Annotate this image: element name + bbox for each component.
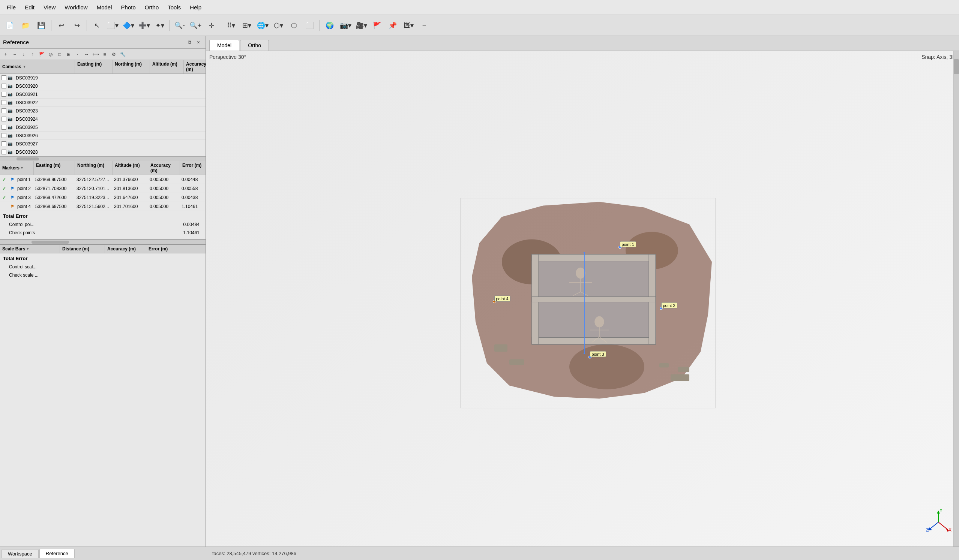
scalebar-distance-header[interactable]: Distance (m) — [60, 245, 105, 253]
move-btn[interactable]: ➕▾ — [137, 18, 151, 33]
x-ray-btn[interactable]: ⬡ — [287, 18, 301, 33]
viewport-scrollbar[interactable] — [953, 51, 959, 547]
table-row[interactable]: 📷 DSC03923 — [0, 107, 206, 115]
menu-help[interactable]: Help — [186, 3, 205, 12]
camera-btn[interactable]: 📷▾ — [338, 18, 353, 33]
scalebar-accuracy-header[interactable]: Accuracy (m) — [105, 245, 146, 253]
table-row[interactable]: ✓ ⚑ point 3 532869.472600 3275119.3223..… — [0, 193, 206, 202]
earth-btn[interactable]: 🌍 — [322, 18, 337, 33]
camera-checkbox[interactable] — [2, 84, 6, 89]
texture-btn[interactable]: 🌐▾ — [255, 18, 270, 33]
ortho-tab[interactable]: Ortho — [240, 40, 269, 51]
ruler-btn[interactable]: ↔ — [83, 50, 91, 59]
camera-list[interactable]: 📷 DSC03919 📷 DSC03920 📷 DSC03921 📷 DSC0 — [0, 74, 206, 156]
marker-check-2[interactable]: ✓ — [0, 186, 8, 191]
pin-btn[interactable]: 📌 — [385, 18, 400, 33]
settings-btn[interactable]: ⚙ — [110, 50, 118, 59]
scrollbar-thumb[interactable] — [954, 59, 959, 74]
list-btn[interactable]: ≡ — [100, 50, 109, 59]
save-btn[interactable]: 💾 — [34, 18, 49, 33]
table-row[interactable]: 📷 DSC03919 — [0, 74, 206, 82]
menu-workflow[interactable]: Workflow — [61, 3, 91, 12]
camera-checkbox[interactable] — [2, 133, 6, 138]
import-btn[interactable]: ↓ — [19, 50, 28, 59]
points-btn[interactable]: ⠿▾ — [223, 18, 239, 33]
camera-checkbox[interactable] — [2, 141, 6, 146]
camera-checkbox[interactable] — [2, 150, 6, 154]
table-row[interactable]: ⚑ point 4 532868.697500 3275121.5602... … — [0, 202, 206, 211]
table-row[interactable]: 📷 DSC03924 — [0, 115, 206, 123]
scrollbar-thumb[interactable] — [16, 158, 39, 161]
marker-accuracy-header[interactable]: Accuracy (m) — [148, 161, 180, 175]
table-row[interactable]: ✓ ⚑ point 1 532869.967500 3275122.5727..… — [0, 175, 206, 184]
markers-scrollbar-thumb[interactable] — [32, 241, 69, 243]
redo-btn[interactable]: ↪ — [69, 18, 84, 33]
scalebar-error-header[interactable]: Error (m) — [146, 245, 206, 253]
open-btn[interactable]: 📁 — [18, 18, 33, 33]
table-row[interactable]: 📷 DSC03927 — [0, 140, 206, 148]
marker-col-header[interactable]: Markers ▼ — [0, 161, 34, 175]
solid-btn[interactable]: ⬡▾ — [271, 18, 286, 33]
table-row[interactable]: 📷 DSC03928 — [0, 148, 206, 156]
zoom-in-btn[interactable]: 🔍+ — [188, 18, 203, 33]
menu-view[interactable]: View — [40, 3, 59, 12]
table-row[interactable]: ✓ ⚑ point 2 532871.708300 3275120.7101..… — [0, 184, 206, 193]
rect-select-btn[interactable]: ⬜▾ — [105, 18, 120, 33]
undo-btn[interactable]: ↩ — [54, 18, 68, 33]
easting-column-header[interactable]: Easting (m) — [75, 60, 113, 73]
mesh-btn[interactable]: ⊞▾ — [239, 18, 254, 33]
cameras-column-header[interactable]: Cameras ▼ — [0, 60, 75, 73]
flag-ref-btn[interactable]: 🚩 — [38, 50, 46, 59]
menu-tools[interactable]: Tools — [164, 3, 185, 12]
camera-checkbox[interactable] — [2, 100, 6, 105]
viewport[interactable]: Perspective 30° Snap: Axis, 3D — [206, 51, 959, 547]
pan-btn[interactable]: ✛ — [204, 18, 219, 33]
altitude-column-header[interactable]: Altitude (m) — [150, 60, 184, 73]
menu-ortho[interactable]: Ortho — [141, 3, 163, 12]
northing-column-header[interactable]: Northing (m) — [113, 60, 150, 73]
camera-checkbox[interactable] — [2, 108, 6, 113]
marker-easting-header[interactable]: Easting (m) — [34, 161, 75, 175]
camera-checkbox[interactable] — [2, 116, 6, 121]
workspace-tab[interactable]: Workspace — [2, 549, 39, 558]
camera-ref-btn[interactable]: □ — [56, 50, 64, 59]
grid-btn[interactable]: ⊞ — [65, 50, 73, 59]
table-row[interactable]: 📷 DSC03921 — [0, 90, 206, 99]
camera-checkbox[interactable] — [2, 75, 6, 80]
menu-model[interactable]: Model — [93, 3, 116, 12]
camera-checkbox[interactable] — [2, 125, 6, 130]
close-panel-button[interactable]: × — [194, 38, 202, 46]
camera-horizontal-scrollbar[interactable] — [0, 156, 206, 161]
remove-marker-btn[interactable]: − — [11, 50, 19, 59]
export-btn[interactable]: ↑ — [29, 50, 37, 59]
dot-btn[interactable]: · — [73, 50, 82, 59]
capture-btn[interactable]: 🎥▾ — [354, 18, 369, 33]
clip-btn[interactable]: ⬜ — [302, 18, 317, 33]
minus-btn[interactable]: − — [417, 18, 432, 33]
rotate-btn[interactable]: ✦▾ — [152, 18, 167, 33]
zoom-out-btn[interactable]: 🔍- — [172, 18, 187, 33]
marker-altitude-header[interactable]: Altitude (m) — [113, 161, 148, 175]
table-row[interactable]: 📷 DSC03920 — [0, 82, 206, 90]
flag-btn[interactable]: 🚩 — [370, 18, 384, 33]
marker-northing-header[interactable]: Northing (m) — [75, 161, 113, 175]
menu-photo[interactable]: Photo — [117, 3, 140, 12]
region-btn[interactable]: 🔷▾ — [121, 18, 136, 33]
target-btn[interactable]: ◎ — [46, 50, 55, 59]
new-btn[interactable]: 📄 — [2, 18, 17, 33]
marker-error-header[interactable]: Error (m) — [180, 161, 206, 175]
marker-check-1[interactable]: ✓ — [0, 177, 8, 182]
table-row[interactable]: 📷 DSC03922 — [0, 99, 206, 107]
float-button[interactable]: ⧉ — [185, 38, 194, 46]
select-btn[interactable]: ↖ — [89, 18, 104, 33]
scale-btn[interactable]: ⟺ — [91, 50, 100, 59]
filter-btn[interactable]: 🖼▾ — [401, 18, 416, 33]
camera-checkbox[interactable] — [2, 92, 6, 97]
markers-horizontal-scrollbar[interactable] — [0, 240, 206, 244]
convert-btn[interactable]: 🔧 — [118, 50, 127, 59]
scalebar-col-header[interactable]: Scale Bars ▼ — [0, 245, 60, 253]
reference-tab[interactable]: Reference — [39, 549, 75, 558]
table-row[interactable]: 📷 DSC03925 — [0, 123, 206, 132]
menu-file[interactable]: File — [3, 3, 19, 12]
menu-edit[interactable]: Edit — [21, 3, 38, 12]
